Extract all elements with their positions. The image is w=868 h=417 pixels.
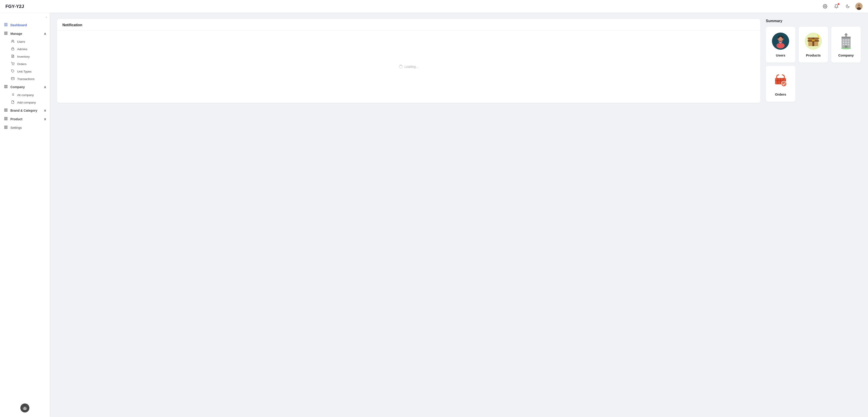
orders-card-icon — [772, 71, 789, 89]
svg-point-94 — [781, 81, 786, 87]
svg-point-66 — [817, 34, 818, 35]
svg-point-65 — [819, 38, 820, 39]
users-icon — [10, 39, 15, 44]
company-card-icon — [837, 32, 855, 50]
company-submenu: All company Add company — [0, 91, 50, 106]
users-card-label: Users — [776, 53, 785, 57]
main-grid: Notification Loading... Summary — [57, 19, 861, 103]
svg-rect-22 — [6, 85, 7, 86]
dark-mode-icon[interactable] — [844, 3, 851, 10]
svg-rect-82 — [845, 44, 847, 45]
svg-rect-42 — [4, 127, 6, 129]
sidebar-section-label-manage: Manage — [10, 32, 22, 35]
unit-types-icon — [10, 69, 15, 74]
sidebar-item-label-transactions: Transactions — [17, 77, 35, 81]
sidebar-item-all-company[interactable]: All company — [10, 91, 50, 99]
svg-rect-31 — [4, 109, 6, 110]
summary-cards-grid: Users — [766, 27, 861, 102]
avatar[interactable] — [855, 3, 863, 10]
summary-card-orders[interactable]: Orders — [766, 66, 796, 102]
sidebar-section-product[interactable]: Product ∨ — [0, 115, 50, 123]
svg-rect-77 — [848, 39, 849, 41]
svg-marker-87 — [844, 33, 848, 35]
sidebar-item-add-company[interactable]: Add company — [10, 99, 50, 106]
settings-sidebar-icon — [4, 125, 8, 130]
sidebar-footer — [0, 401, 50, 415]
svg-point-48 — [22, 406, 24, 407]
manage-chevron-icon: ∧ — [44, 32, 46, 35]
summary-card-company[interactable]: Company — [831, 27, 861, 63]
sidebar: ‹ Dashboard Manage ∧ — [0, 13, 50, 417]
svg-point-85 — [841, 47, 851, 49]
svg-rect-34 — [4, 110, 6, 111]
summary-panel: Summary — [766, 19, 861, 103]
svg-rect-33 — [6, 110, 7, 111]
svg-rect-38 — [4, 119, 6, 120]
svg-point-2 — [858, 4, 860, 6]
svg-rect-41 — [6, 127, 7, 129]
sidebar-section-label-brand-category: Brand & Category — [10, 109, 37, 112]
svg-rect-40 — [6, 126, 7, 127]
loading-text: Loading... — [404, 65, 418, 68]
svg-rect-36 — [6, 117, 7, 119]
raccoon-icon — [20, 404, 29, 413]
svg-rect-21 — [4, 85, 6, 86]
company-card-label: Company — [838, 53, 854, 57]
loading-indicator: Loading... — [399, 65, 418, 68]
admins-icon — [10, 47, 15, 51]
app-logo: FGY-Y2J — [5, 4, 24, 9]
svg-rect-11 — [4, 33, 6, 35]
sidebar-item-label-all-company: All company — [17, 93, 34, 97]
sidebar-collapse-button[interactable]: ‹ — [0, 14, 50, 21]
sidebar-item-users[interactable]: Users — [10, 38, 50, 45]
users-card-icon — [772, 32, 789, 50]
sidebar-section-brand-category[interactable]: Brand & Category ∨ — [0, 106, 50, 115]
dashboard-icon — [4, 23, 8, 27]
notification-title: Notification — [62, 23, 82, 27]
notification-panel: Notification Loading... — [57, 19, 761, 103]
svg-rect-75 — [843, 39, 844, 41]
summary-card-products[interactable]: Products — [799, 27, 828, 63]
sidebar-item-settings[interactable]: Settings — [0, 123, 50, 132]
layout: ‹ Dashboard Manage ∧ — [0, 13, 868, 417]
sidebar-item-inventory[interactable]: Inventory — [10, 53, 50, 60]
sidebar-item-label-add-company: Add company — [17, 101, 36, 104]
sidebar-section-manage[interactable]: Manage ∧ — [0, 29, 50, 38]
sidebar-item-unit-types[interactable]: Unit Types — [10, 68, 50, 75]
sidebar-item-dashboard[interactable]: Dashboard — [0, 21, 50, 29]
all-company-icon — [10, 93, 15, 97]
sidebar-item-label-unit-types: Unit Types — [17, 70, 32, 73]
svg-rect-80 — [848, 41, 849, 43]
svg-rect-13 — [11, 49, 14, 50]
add-company-icon — [10, 100, 15, 105]
svg-rect-86 — [845, 35, 847, 37]
svg-rect-79 — [845, 41, 847, 43]
svg-rect-83 — [848, 44, 849, 45]
svg-point-0 — [825, 6, 826, 7]
sidebar-item-admins[interactable]: Admins — [10, 45, 50, 53]
orders-card-label: Orders — [775, 92, 786, 96]
brand-category-icon — [4, 108, 8, 113]
notifications-icon[interactable] — [833, 3, 840, 10]
svg-rect-5 — [6, 23, 7, 24]
main-content: Notification Loading... Summary — [50, 13, 868, 417]
orders-icon — [10, 62, 15, 66]
settings-icon[interactable] — [822, 3, 829, 10]
transactions-icon — [10, 77, 15, 81]
sidebar-section-label-company: Company — [10, 85, 25, 89]
svg-point-56 — [25, 409, 25, 409]
notification-panel-body: Loading... — [57, 31, 761, 103]
summary-card-users[interactable]: Users — [766, 27, 796, 63]
product-chevron-icon: ∨ — [44, 117, 46, 121]
sidebar-item-transactions[interactable]: Transactions — [10, 75, 50, 83]
sidebar-item-orders[interactable]: Orders — [10, 60, 50, 68]
svg-rect-76 — [845, 39, 847, 41]
products-card-icon — [804, 32, 822, 50]
svg-point-12 — [12, 40, 13, 41]
company-section-icon — [4, 85, 8, 89]
company-chevron-icon: ∧ — [44, 85, 46, 89]
svg-rect-23 — [6, 87, 7, 88]
svg-rect-37 — [6, 119, 7, 120]
sidebar-section-company[interactable]: Company ∧ — [0, 83, 50, 91]
sidebar-item-label-dashboard: Dashboard — [10, 23, 27, 27]
